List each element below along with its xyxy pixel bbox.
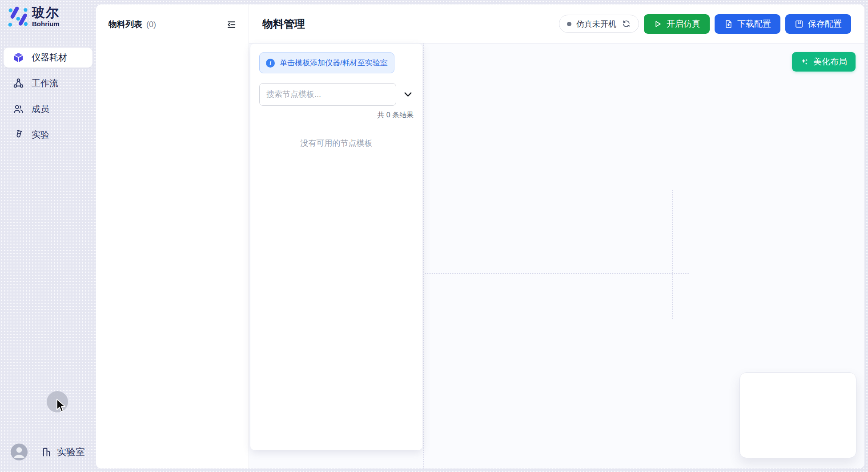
user-avatar[interactable] bbox=[11, 444, 28, 460]
collapse-panel-icon[interactable] bbox=[225, 19, 237, 30]
sparkles-icon bbox=[800, 58, 809, 66]
app-root: 玻尔 Bohrium 仪器耗材 bbox=[0, 0, 868, 472]
refresh-status-icon[interactable] bbox=[621, 19, 631, 29]
lab-switcher[interactable]: 实验室 bbox=[41, 446, 85, 458]
material-list-count: (0) bbox=[146, 20, 156, 29]
material-list-title: 物料列表 bbox=[108, 19, 142, 30]
template-search-input[interactable] bbox=[259, 83, 396, 106]
page-header: 物料管理 仿真未开机 bbox=[249, 4, 864, 44]
empty-templates-message: 没有可用的节点模板 bbox=[259, 138, 414, 148]
header-actions: 仿真未开机 bbox=[559, 14, 851, 34]
play-icon bbox=[653, 20, 662, 28]
material-list-panel: 物料列表 (0) bbox=[96, 4, 249, 468]
save-config-label: 保存配置 bbox=[808, 18, 842, 30]
material-list-header: 物料列表 (0) bbox=[96, 4, 249, 30]
sidebar-item-members[interactable]: 成员 bbox=[4, 99, 92, 119]
sidebar-item-label: 工作流 bbox=[32, 77, 58, 89]
status-dot-icon bbox=[567, 22, 571, 26]
chevron-down-icon[interactable] bbox=[402, 89, 414, 100]
template-search-row bbox=[259, 83, 414, 106]
info-icon: i bbox=[266, 59, 275, 68]
lab-label: 实验室 bbox=[57, 446, 85, 458]
sidebar-item-workflow[interactable]: 工作流 bbox=[4, 73, 92, 93]
hint-banner: i 单击模板添加仪器/耗材至实验室 bbox=[259, 52, 394, 73]
brand-name-cn: 玻尔 bbox=[32, 6, 60, 19]
sidebar: 玻尔 Bohrium 仪器耗材 bbox=[0, 0, 96, 472]
start-simulation-button[interactable]: 开启仿真 bbox=[644, 14, 710, 34]
workspace-canvas[interactable]: i 单击模板添加仪器/耗材至实验室 共 0 条结果 没有可用的节点模板 bbox=[249, 44, 864, 468]
brand: 玻尔 Bohrium bbox=[7, 6, 60, 28]
simulation-status-pill: 仿真未开机 bbox=[559, 15, 639, 33]
content-card: 物料列表 (0) 物料管理 仿 bbox=[96, 4, 864, 468]
simulation-status-text: 仿真未开机 bbox=[576, 19, 616, 29]
file-download-icon bbox=[724, 20, 733, 28]
cube-icon bbox=[12, 52, 24, 64]
download-config-button[interactable]: 下载配置 bbox=[715, 14, 780, 34]
canvas-guide-horizontal bbox=[425, 273, 689, 274]
sidebar-item-label: 实验 bbox=[32, 129, 49, 141]
brand-text: 玻尔 Bohrium bbox=[32, 6, 60, 28]
minimap-panel[interactable] bbox=[739, 372, 856, 458]
start-simulation-label: 开启仿真 bbox=[667, 18, 700, 30]
test-tube-icon bbox=[12, 129, 24, 141]
lab-building-icon bbox=[41, 447, 52, 457]
hint-banner-text: 单击模板添加仪器/耗材至实验室 bbox=[280, 58, 388, 68]
result-count: 共 0 条结果 bbox=[259, 111, 414, 120]
mouse-cursor bbox=[56, 399, 67, 413]
canvas-guide-vertical-1 bbox=[423, 44, 424, 468]
workflow-icon bbox=[12, 78, 24, 89]
beautify-layout-label: 美化布局 bbox=[813, 56, 847, 68]
sidebar-item-label: 仪器耗材 bbox=[32, 52, 67, 64]
main-column: 物料管理 仿真未开机 bbox=[249, 4, 864, 468]
members-icon bbox=[12, 104, 24, 115]
download-config-label: 下载配置 bbox=[737, 18, 771, 30]
canvas-guide-vertical-2 bbox=[672, 190, 673, 319]
page-title: 物料管理 bbox=[262, 17, 305, 31]
save-config-button[interactable]: 保存配置 bbox=[785, 14, 851, 34]
save-icon bbox=[795, 20, 804, 28]
beautify-layout-button[interactable]: 美化布局 bbox=[792, 52, 856, 72]
sidebar-item-label: 成员 bbox=[32, 103, 49, 115]
sidebar-item-experiments[interactable]: 实验 bbox=[4, 125, 92, 145]
template-panel: i 单击模板添加仪器/耗材至实验室 共 0 条结果 没有可用的节点模板 bbox=[250, 44, 422, 450]
bohrium-logo-icon bbox=[7, 7, 28, 27]
sidebar-item-instruments[interactable]: 仪器耗材 bbox=[4, 48, 92, 68]
sidebar-footer: 实验室 bbox=[11, 444, 85, 460]
brand-name-en: Bohrium bbox=[32, 20, 60, 28]
sidebar-nav: 仪器耗材 工作流 bbox=[4, 48, 92, 145]
